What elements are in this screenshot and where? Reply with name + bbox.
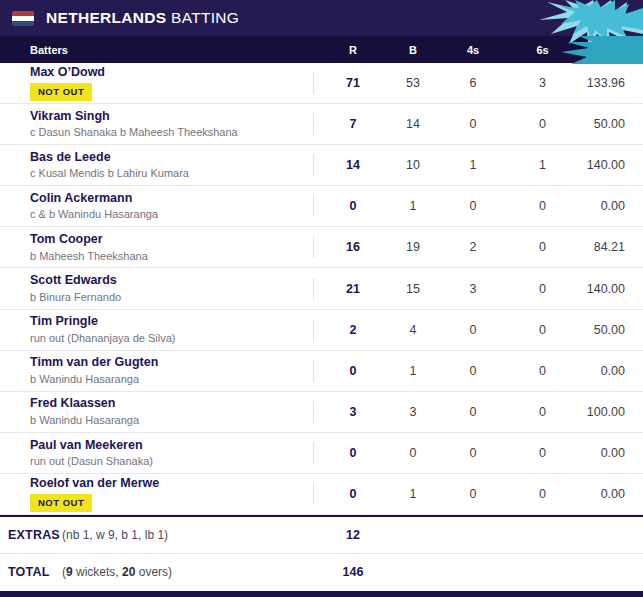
fours-cell: 0 [433, 487, 513, 501]
strike-rate-cell: 0.00 [572, 364, 643, 378]
batting-scorecard: NETHERLANDS BATTING Batters R B 4s 6s SR… [0, 0, 643, 597]
strike-rate-cell: 0.00 [572, 487, 643, 501]
strike-rate-cell: 133.96 [572, 76, 643, 90]
runs-cell: 2 [313, 310, 393, 350]
balls-cell: 1 [393, 364, 433, 378]
column-header-fours: 4s [433, 44, 513, 56]
runs-cell: 0 [313, 186, 393, 226]
batter-name: Tim Pringle [30, 314, 313, 329]
sixes-cell: 0 [513, 323, 572, 337]
batter-dismissal: run out (Dhananjaya de Silva) [30, 332, 313, 345]
sixes-cell: 0 [513, 199, 572, 213]
batter-dismissal: b Maheesh Theekshana [30, 250, 313, 263]
batter-row: Vikram Singh c Dasun Shanaka b Maheesh T… [0, 104, 643, 145]
balls-cell: 14 [393, 117, 433, 131]
netherlands-flag-icon [12, 11, 34, 26]
fours-cell: 0 [433, 323, 513, 337]
batter-name: Bas de Leede [30, 150, 313, 165]
batter-row: Tom Cooper b Maheesh Theekshana 16 19 2 … [0, 227, 643, 268]
column-header-sixes: 6s [513, 44, 572, 56]
batter-name: Vikram Singh [30, 109, 313, 124]
runs-cell: 14 [313, 145, 393, 185]
total-row: TOTAL (9 wickets, 20 overs) 146 [0, 554, 643, 590]
extras-label: EXTRAS [8, 528, 62, 542]
batter-dismissal: run out (Dasun Shanaka) [30, 455, 313, 468]
batter-name: Max O’Dowd [30, 65, 313, 80]
balls-cell: 19 [393, 240, 433, 254]
balls-cell: 0 [393, 446, 433, 460]
not-out-badge: NOT OUT [30, 83, 92, 100]
batter-dismissal: b Binura Fernando [30, 291, 313, 304]
strike-rate-cell: 50.00 [572, 323, 643, 337]
runs-cell: 3 [313, 392, 393, 432]
balls-cell: 1 [393, 199, 433, 213]
batter-row: Max O’Dowd NOT OUT 71 53 6 3 133.96 [0, 63, 643, 104]
column-header-runs: R [313, 44, 393, 56]
runs-cell: 71 [313, 63, 393, 103]
batter-name: Paul van Meekeren [30, 438, 313, 453]
scorecard-title: NETHERLANDS BATTING [46, 9, 239, 27]
strike-rate-cell: 0.00 [572, 199, 643, 213]
batter-name: Fred Klaassen [30, 396, 313, 411]
column-header-strike-rate: SR [572, 44, 643, 56]
sixes-cell: 0 [513, 405, 572, 419]
fours-cell: 1 [433, 158, 513, 172]
fours-cell: 0 [433, 117, 513, 131]
total-value: 146 [313, 565, 393, 579]
total-detail: (9 wickets, 20 overs) [62, 565, 172, 579]
batter-name: Roelof van der Merwe [30, 476, 313, 491]
runs-cell: 0 [313, 474, 393, 514]
team-name: NETHERLANDS [46, 9, 166, 26]
sixes-cell: 3 [513, 76, 572, 90]
bottom-bar [0, 591, 643, 597]
extras-row: EXTRAS (nb 1, w 9, b 1, lb 1) 12 [0, 517, 643, 554]
runs-cell: 0 [313, 433, 393, 473]
fours-cell: 0 [433, 446, 513, 460]
sixes-cell: 0 [513, 282, 572, 296]
sixes-cell: 1 [513, 158, 572, 172]
total-label: TOTAL [8, 565, 62, 579]
strike-rate-cell: 140.00 [572, 158, 643, 172]
batter-name: Tom Cooper [30, 232, 313, 247]
sixes-cell: 0 [513, 364, 572, 378]
batter-dismissal: c Dasun Shanaka b Maheesh Theekshana [30, 126, 313, 139]
balls-cell: 1 [393, 487, 433, 501]
balls-cell: 15 [393, 282, 433, 296]
sixes-cell: 0 [513, 487, 572, 501]
batter-dismissal: b Wanindu Hasaranga [30, 373, 313, 386]
batter-row: Paul van Meekeren run out (Dasun Shanaka… [0, 433, 643, 474]
batter-dismissal: c & b Wanindu Hasaranga [30, 208, 313, 221]
balls-cell: 4 [393, 323, 433, 337]
strike-rate-cell: 100.00 [572, 405, 643, 419]
batter-name: Colin Ackermann [30, 191, 313, 206]
extras-value: 12 [313, 528, 393, 542]
batter-row: Roelof van der Merwe NOT OUT 0 1 0 0 0.0… [0, 474, 643, 515]
batter-dismissal: b Wanindu Hasaranga [30, 414, 313, 427]
sixes-cell: 0 [513, 446, 572, 460]
strike-rate-cell: 0.00 [572, 446, 643, 460]
batter-row: Timm van der Gugten b Wanindu Hasaranga … [0, 351, 643, 392]
fours-cell: 3 [433, 282, 513, 296]
runs-cell: 16 [313, 227, 393, 267]
not-out-badge: NOT OUT [30, 494, 92, 511]
sixes-cell: 0 [513, 117, 572, 131]
fours-cell: 0 [433, 199, 513, 213]
column-header-balls: B [393, 44, 433, 56]
extras-detail: (nb 1, w 9, b 1, lb 1) [62, 528, 168, 542]
section-name: BATTING [166, 9, 239, 26]
strike-rate-cell: 140.00 [572, 282, 643, 296]
balls-cell: 3 [393, 405, 433, 419]
fours-cell: 2 [433, 240, 513, 254]
runs-cell: 7 [313, 104, 393, 144]
scorecard-title-bar: NETHERLANDS BATTING [0, 0, 643, 36]
fours-cell: 0 [433, 364, 513, 378]
batter-dismissal: c Kusal Mendis b Lahiru Kumara [30, 167, 313, 180]
batter-row: Tim Pringle run out (Dhananjaya de Silva… [0, 310, 643, 351]
batter-row: Colin Ackermann c & b Wanindu Hasaranga … [0, 186, 643, 227]
balls-cell: 10 [393, 158, 433, 172]
batter-row: Fred Klaassen b Wanindu Hasaranga 3 3 0 … [0, 392, 643, 433]
batter-row: Scott Edwards b Binura Fernando 21 15 3 … [0, 268, 643, 309]
balls-cell: 53 [393, 76, 433, 90]
strike-rate-cell: 50.00 [572, 117, 643, 131]
fours-cell: 0 [433, 405, 513, 419]
